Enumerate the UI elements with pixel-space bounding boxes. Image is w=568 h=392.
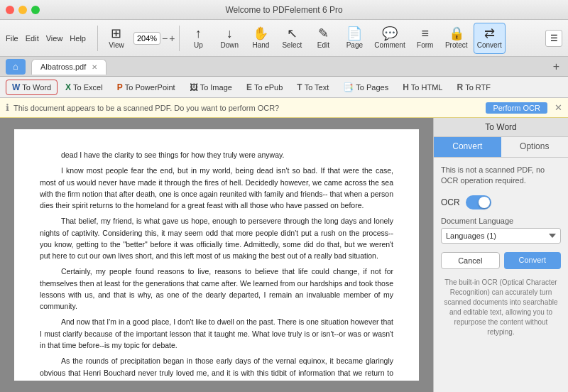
tab-bar: ⌂ Albatross.pdf ✕ + [0, 57, 568, 77]
ocr-notification-bar: ℹ This document appears to be a scanned … [0, 98, 568, 118]
convert-to-powerpoint[interactable]: P To PowerPoint [111, 80, 182, 95]
convert-to-image-label: To Image [200, 83, 232, 92]
pdf-page: dead I have the clarity to see things fo… [14, 129, 419, 381]
convert-to-pages-label: To Pages [356, 83, 388, 92]
convert-button[interactable]: Convert [504, 252, 562, 269]
up-icon: ↑ [195, 27, 202, 40]
right-panel: To Word Convert Options This is not a sc… [433, 118, 568, 392]
rp-footer-text: The built-in OCR (Optical Character Reco… [441, 278, 561, 337]
document-tab[interactable]: Albatross.pdf ✕ [31, 59, 106, 75]
zoom-minus[interactable]: − [162, 33, 168, 44]
pdf-paragraph-1: dead I have the clarity to see things fo… [40, 149, 393, 160]
ocr-info-icon: ℹ [6, 102, 9, 113]
language-select[interactable]: Languages (1) [441, 228, 561, 244]
toolbar-comment[interactable]: 💬 Comment [371, 23, 408, 54]
convert-to-epub-label: To ePub [254, 83, 283, 92]
cancel-button[interactable]: Cancel [441, 252, 500, 269]
ppt-icon: P [117, 82, 123, 92]
menu-file[interactable]: File [6, 34, 18, 43]
convert-bar: W To Word X To Excel P To PowerPoint 🖼 T… [0, 77, 568, 98]
convert-to-word-label: To Word [22, 83, 51, 92]
minimize-button[interactable] [18, 6, 27, 14]
toolbar-view[interactable]: ⊞ View [102, 23, 131, 54]
toolbar-form[interactable]: ≡ Form [411, 23, 439, 54]
right-panel-title: To Word [434, 118, 568, 137]
image-icon: 🖼 [190, 82, 198, 92]
window-controls[interactable] [6, 6, 40, 14]
toolbar-convert-label: Convert [477, 41, 502, 49]
toolbar-down[interactable]: ↓ Down [215, 23, 244, 54]
convert-to-html[interactable]: H To HTML [396, 80, 449, 95]
menu-help[interactable]: Help [70, 34, 86, 43]
epub-icon: E [246, 82, 252, 92]
html-icon: H [403, 82, 409, 92]
toolbar-page-label: Page [346, 41, 363, 49]
main-area: dead I have the clarity to see things fo… [0, 118, 568, 392]
zoom-input[interactable] [133, 32, 160, 45]
edit-icon: ✎ [318, 27, 329, 40]
convert-to-rtf-label: To RTF [465, 83, 491, 92]
pages-icon: 📑 [343, 82, 354, 92]
menu-edit[interactable]: Edit [26, 34, 39, 43]
convert-to-text[interactable]: T To Text [290, 80, 335, 95]
convert-to-pages[interactable]: 📑 To Pages [337, 80, 395, 95]
down-icon: ↓ [226, 27, 233, 40]
convert-to-text-label: To Text [305, 83, 329, 92]
toolbar-up[interactable]: ↑ Up [184, 23, 212, 54]
app-title: Welcome to PDFelement 6 Pro [225, 5, 342, 15]
pdf-paragraph-3: That belief, my friend, is what gave us … [40, 215, 393, 261]
ocr-bar-message: This document appears to be a scanned PD… [13, 104, 481, 112]
toolbar-select[interactable]: ↖ Select [278, 23, 306, 54]
convert-to-excel-label: To Excel [73, 83, 103, 92]
menu-view[interactable]: View [46, 34, 63, 43]
ocr-close-icon[interactable]: ✕ [555, 102, 562, 113]
ocr-toggle[interactable] [466, 195, 491, 209]
toolbar-up-label: Up [194, 41, 203, 49]
text-icon: T [297, 82, 302, 92]
page-icon: 📄 [346, 27, 362, 40]
maximize-button[interactable] [31, 6, 40, 14]
right-panel-tabs: Convert Options [434, 137, 568, 158]
toolbar-zoom: − + [133, 32, 175, 45]
rp-buttons: Cancel Convert [441, 252, 561, 269]
perform-ocr-button[interactable]: Perform OCR [486, 102, 547, 114]
convert-to-epub[interactable]: E To ePub [240, 80, 289, 95]
hand-icon: ✋ [253, 27, 268, 40]
tab-add-button[interactable]: + [550, 60, 562, 73]
toolbar-protect[interactable]: 🔒 Protect [442, 23, 471, 54]
toolbar-convert[interactable]: ⇄ Convert [474, 23, 506, 54]
form-icon: ≡ [421, 27, 429, 40]
convert-to-image[interactable]: 🖼 To Image [183, 80, 239, 95]
toggle-knob [479, 197, 490, 208]
toolbar-down-label: Down [221, 41, 239, 49]
toolbar-page[interactable]: 📄 Page [340, 23, 368, 54]
tab-options[interactable]: Options [501, 137, 569, 157]
pdf-view[interactable]: dead I have the clarity to see things fo… [0, 118, 433, 392]
protect-icon: 🔒 [449, 27, 464, 40]
pdf-paragraph-5: And now that I'm in a good place, I don'… [40, 316, 393, 351]
select-icon: ↖ [287, 27, 297, 40]
pdf-paragraph-6: As the rounds of precipitation began in … [40, 355, 393, 381]
toolbar-hand[interactable]: ✋ Hand [246, 23, 275, 54]
toolbar: File Edit View Help ⊞ View − + ↑ Up ↓ Do… [0, 20, 568, 57]
zoom-plus[interactable]: + [169, 33, 175, 44]
toolbar-hand-label: Hand [252, 41, 269, 49]
toolbar-protect-label: Protect [445, 41, 468, 49]
ocr-toggle-row: OCR [441, 195, 561, 209]
convert-to-html-label: To HTML [411, 83, 443, 92]
divider-1 [97, 26, 98, 51]
tab-close-icon[interactable]: ✕ [92, 63, 97, 71]
convert-icon: ⇄ [484, 27, 495, 40]
rtf-icon: R [457, 82, 463, 92]
convert-to-rtf[interactable]: R To RTF [450, 80, 497, 95]
tab-convert[interactable]: Convert [434, 137, 501, 157]
close-button[interactable] [6, 6, 14, 14]
convert-to-word[interactable]: W To Word [6, 80, 58, 95]
comment-icon: 💬 [382, 27, 398, 40]
toolbar-edit[interactable]: ✎ Edit [309, 23, 337, 54]
convert-to-excel[interactable]: X To Excel [59, 80, 109, 95]
sidebar-toggle[interactable]: ☰ [545, 30, 562, 47]
convert-to-powerpoint-label: To PowerPoint [125, 83, 175, 92]
home-tab[interactable]: ⌂ [6, 59, 26, 75]
rp-info-text: This is not a scanned PDF, no OCR operat… [441, 165, 561, 187]
